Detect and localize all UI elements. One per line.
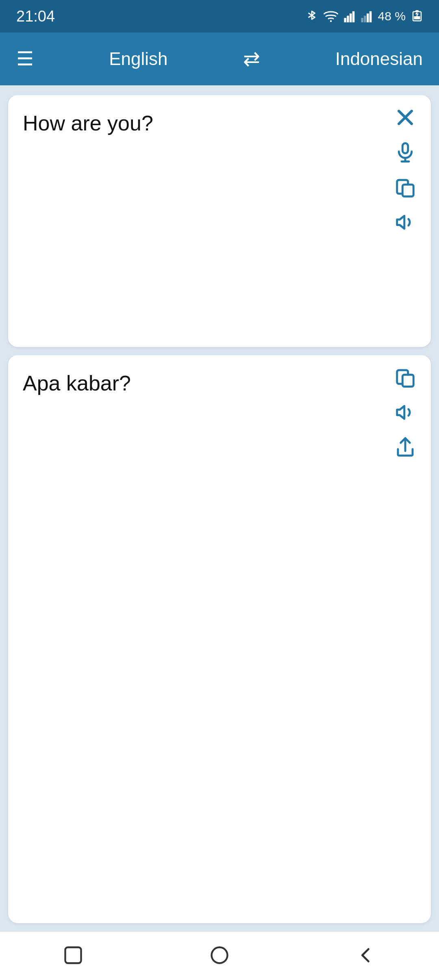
svg-rect-8 [369, 11, 371, 22]
copy-icon-source [394, 176, 416, 198]
svg-rect-6 [364, 16, 366, 22]
microphone-icon [394, 141, 416, 163]
svg-marker-21 [397, 406, 404, 419]
bluetooth-icon [306, 9, 318, 24]
main-content: How are you? [0, 85, 439, 931]
svg-point-0 [330, 20, 332, 22]
svg-rect-4 [352, 11, 354, 22]
source-actions [394, 106, 416, 235]
svg-point-23 [212, 947, 228, 963]
source-language-button[interactable]: English [109, 49, 167, 69]
svg-rect-1 [344, 18, 346, 22]
svg-rect-5 [361, 18, 363, 22]
status-time: 21:04 [16, 8, 55, 25]
signal-icon-1 [344, 10, 355, 22]
speak-button-source[interactable] [394, 211, 416, 235]
battery-icon [411, 10, 423, 22]
menu-button[interactable]: ☰ [16, 49, 34, 69]
speaker-icon-source [394, 211, 416, 233]
status-bar: 21:04 48 % [0, 0, 439, 33]
svg-rect-7 [367, 13, 369, 22]
status-icons: 48 % [306, 9, 423, 24]
svg-rect-3 [350, 13, 352, 22]
svg-marker-19 [397, 216, 404, 229]
svg-rect-18 [402, 184, 413, 196]
toolbar: ☰ English ⇄ Indonesian [0, 33, 439, 85]
microphone-button[interactable] [394, 141, 416, 165]
clear-button[interactable] [394, 106, 416, 130]
svg-rect-2 [347, 16, 349, 22]
svg-rect-11 [414, 16, 420, 20]
copy-button-target[interactable] [394, 366, 416, 390]
home-button[interactable] [209, 945, 230, 967]
recent-apps-icon [63, 945, 84, 966]
wifi-icon [324, 10, 338, 22]
battery-text: 48 % [378, 9, 406, 23]
speaker-icon-target [394, 401, 416, 423]
recent-apps-button[interactable] [63, 945, 84, 967]
target-text: Apa kabar? [23, 370, 416, 908]
copy-button-source[interactable] [394, 176, 416, 200]
close-icon [394, 106, 416, 128]
swap-languages-button[interactable]: ⇄ [243, 47, 260, 71]
svg-rect-22 [65, 947, 81, 963]
source-card[interactable]: How are you? [8, 95, 431, 347]
home-icon [209, 945, 230, 966]
share-icon [394, 436, 416, 458]
target-actions [394, 366, 416, 460]
speak-button-target[interactable] [394, 401, 416, 425]
target-card[interactable]: Apa kabar? [8, 355, 431, 923]
signal-icon-2 [361, 10, 372, 22]
share-button[interactable] [394, 436, 416, 460]
svg-rect-15 [402, 143, 408, 154]
back-button[interactable] [355, 945, 376, 967]
target-language-button[interactable]: Indonesian [335, 49, 423, 69]
svg-rect-20 [402, 375, 413, 386]
source-text: How are you? [23, 110, 416, 332]
back-icon [355, 945, 376, 966]
copy-icon-target [394, 366, 416, 388]
bottom-nav [0, 931, 439, 980]
svg-rect-10 [415, 10, 419, 12]
